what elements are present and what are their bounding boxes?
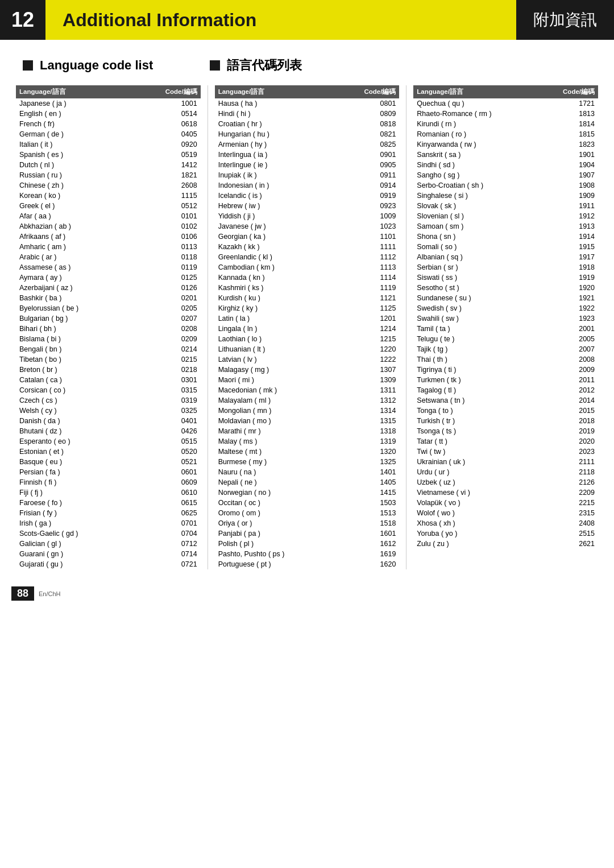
language-name: Samoan ( sm ) [413,221,538,232]
page-title-chinese: 附加資訊 [516,0,614,40]
language-code: 0901 [335,150,399,160]
language-name: Yoruba ( yo ) [413,528,538,539]
language-column-3: Language/語言 Code/編碼 Quechua ( qu )1721Rh… [409,85,603,569]
language-code: 0618 [132,119,201,129]
language-name: Telugu ( te ) [413,334,538,344]
section-headings: Language code list 語言代碼列表 [0,40,614,85]
table-row: Esperanto ( eo )0515 [16,436,201,447]
table-row: Finnish ( fi )0609 [16,477,201,487]
language-name: Interlingua ( ia ) [215,150,336,160]
table-row: Wolof ( wo )2315 [413,508,598,518]
language-name: Amharic ( am ) [16,242,132,252]
language-name: Kashmiri ( ks ) [215,283,336,293]
language-code: 1405 [335,477,399,487]
language-code: 1220 [335,344,399,354]
language-name: Slovenian ( sl ) [413,211,538,221]
language-code: 0721 [132,559,201,569]
table-row: Bislama ( bi )0209 [16,334,201,344]
language-name: Kinyarwanda ( rw ) [413,139,538,150]
language-code: 1904 [539,160,598,170]
table-row: Bihari ( bh )0208 [16,324,201,334]
table-row: Mongolian ( mn )1314 [215,406,400,416]
language-name: Serbo-Croatian ( sh ) [413,180,538,191]
language-name: Assamese ( as ) [16,262,132,272]
language-code: 1813 [539,109,598,119]
language-code: 1214 [335,324,399,334]
language-code: 0101 [132,211,201,221]
language-code: 0401 [132,416,201,426]
table-row: Portuguese ( pt )1620 [215,559,400,569]
language-name: Slovak ( sk ) [413,201,538,211]
language-code: 0512 [132,201,201,211]
language-table-area: Language/語言 Code/編碼 Japanese ( ja )1001E… [0,85,614,581]
table-row: Bengali ( bn )0214 [16,344,201,354]
language-name: Moldavian ( mo ) [215,416,336,426]
language-name: Bashkir ( ba ) [16,293,132,303]
section-label-right: 語言代碼列表 [227,57,302,74]
language-name: Greenlandic ( kl ) [215,252,336,262]
language-name: Sundanese ( su ) [413,293,538,303]
language-name: Quechua ( qu ) [413,98,538,109]
language-name: Ukrainian ( uk ) [413,457,538,467]
language-name: Malay ( ms ) [215,436,336,447]
table-row: Interlingue ( ie )0905 [215,160,400,170]
col-header-lang-1: Language/語言 [16,85,132,98]
table-row: Greenlandic ( kl )1112 [215,252,400,262]
table-row: Spanish ( es )0519 [16,150,201,160]
language-code: 1001 [132,98,201,109]
language-name: Latin ( la ) [215,313,336,324]
language-code: 0801 [335,98,399,109]
language-code: 0701 [132,518,201,528]
table-row: Turkish ( tr )2018 [413,416,598,426]
language-name: Latvian ( lv ) [215,354,336,365]
language-code: 1913 [539,221,598,232]
language-code: 0615 [132,498,201,508]
table-row: Inupiak ( ik )0911 [215,170,400,180]
language-code: 2515 [539,528,598,539]
language-name: Swahili ( sw ) [413,313,538,324]
language-code: 1923 [539,313,598,324]
language-code: 0610 [132,487,201,498]
language-name: Guarani ( gn ) [16,549,132,559]
language-name: Cambodian ( km ) [215,262,336,272]
table-row: German ( de )0405 [16,129,201,139]
language-code: 0102 [132,221,201,232]
table-row: Amharic ( am )0113 [16,242,201,252]
page-number: 88 [11,586,34,601]
table-row: Aymara ( ay )0125 [16,272,201,283]
language-name: Sanskrit ( sa ) [413,150,538,160]
language-code: 1909 [539,191,598,201]
language-name: Afrikaans ( af ) [16,232,132,242]
language-code: 2315 [539,508,598,518]
table-row: Quechua ( qu )1721 [413,98,598,109]
page-title: Additional Information [45,0,516,40]
table-row: Yiddish ( ji )1009 [215,211,400,221]
table-row: Xhosa ( xh )2408 [413,518,598,528]
language-code: 1907 [539,170,598,180]
language-name: Bulgarian ( bg ) [16,313,132,324]
language-code: 1918 [539,262,598,272]
language-name: Tatar ( tt ) [413,436,538,447]
language-name: Arabic ( ar ) [16,252,132,262]
table-row: Shona ( sn )1914 [413,232,598,242]
table-row: Latin ( la )1201 [215,313,400,324]
table-row: Norwegian ( no )1415 [215,487,400,498]
table-row: Hebrew ( iw )0923 [215,201,400,211]
language-name: Basque ( eu ) [16,457,132,467]
table-row: Rhaeto-Romance ( rm )1813 [413,109,598,119]
language-name: Tibetan ( bo ) [16,354,132,365]
table-row: Icelandic ( is )0919 [215,191,400,201]
language-name: Hebrew ( iw ) [215,201,336,211]
language-code: 0712 [132,539,201,549]
language-name: Singhalese ( si ) [413,191,538,201]
language-name: Interlingue ( ie ) [215,160,336,170]
col-header-code-3: Code/編碼 [539,85,598,98]
language-name: Lingala ( ln ) [215,324,336,334]
language-name: Thai ( th ) [413,354,538,365]
language-name: Burmese ( my ) [215,457,336,467]
table-row: Thai ( th )2008 [413,354,598,365]
table-row: Russian ( ru )1821 [16,170,201,180]
language-name: Japanese ( ja ) [16,98,132,109]
language-name: French ( fr) [16,119,132,129]
language-code: 1115 [132,191,201,201]
